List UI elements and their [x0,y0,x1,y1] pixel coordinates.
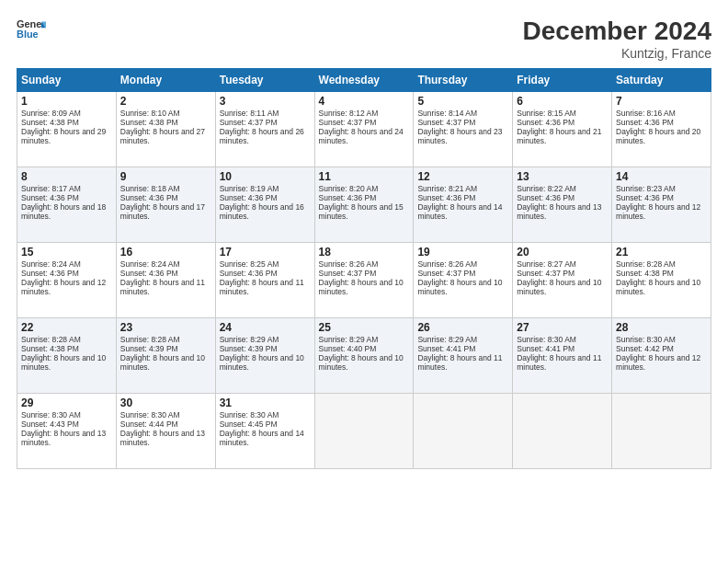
day-number: 8 [21,170,112,183]
table-row: 15Sunrise: 8:24 AMSunset: 4:36 PMDayligh… [17,243,711,318]
daylight-label: Daylight: 8 hours and 10 minutes. [319,278,404,296]
day-number: 31 [220,396,311,409]
sunrise-label: Sunrise: 8:28 AM [616,259,676,269]
sunset-label: Sunset: 4:37 PM [517,269,574,278]
table-cell: 5Sunrise: 8:14 AMSunset: 4:37 PMDaylight… [414,92,513,167]
table-row: 22Sunrise: 8:28 AMSunset: 4:38 PMDayligh… [17,318,711,394]
sunset-label: Sunset: 4:37 PM [319,118,377,127]
day-number: 24 [220,321,311,334]
daylight-label: Daylight: 8 hours and 17 minutes. [120,202,205,221]
day-number: 5 [417,95,508,108]
table-cell: 23Sunrise: 8:28 AMSunset: 4:39 PMDayligh… [116,318,215,394]
sunset-label: Sunset: 4:36 PM [616,193,674,202]
daylight-label: Daylight: 8 hours and 15 minutes. [319,202,404,221]
sunrise-label: Sunrise: 8:30 AM [120,410,180,419]
table-cell: 30Sunrise: 8:30 AMSunset: 4:44 PMDayligh… [116,394,215,469]
sunset-label: Sunset: 4:38 PM [21,344,79,353]
sunset-label: Sunset: 4:39 PM [220,344,278,353]
daylight-label: Daylight: 8 hours and 21 minutes. [517,127,601,145]
sunset-label: Sunset: 4:36 PM [319,193,377,202]
sunrise-label: Sunrise: 8:26 AM [319,259,379,269]
table-cell: 9Sunrise: 8:18 AMSunset: 4:36 PMDaylight… [116,167,215,243]
sunset-label: Sunset: 4:36 PM [220,193,278,202]
table-cell: 13Sunrise: 8:22 AMSunset: 4:36 PMDayligh… [513,167,612,243]
svg-text:Blue: Blue [17,29,39,40]
table-cell: 12Sunrise: 8:21 AMSunset: 4:36 PMDayligh… [414,167,513,243]
daylight-label: Daylight: 8 hours and 12 minutes. [616,353,700,372]
sunset-label: Sunset: 4:44 PM [120,419,178,429]
table-cell: 22Sunrise: 8:28 AMSunset: 4:38 PMDayligh… [17,318,117,394]
sunset-label: Sunset: 4:38 PM [616,269,674,278]
sunrise-label: Sunrise: 8:29 AM [319,335,379,344]
table-cell: 29Sunrise: 8:30 AMSunset: 4:43 PMDayligh… [17,394,117,469]
sunset-label: Sunset: 4:38 PM [120,118,178,127]
day-number: 16 [120,246,211,259]
table-cell: 16Sunrise: 8:24 AMSunset: 4:36 PMDayligh… [116,243,215,318]
sunrise-label: Sunrise: 8:16 AM [616,109,676,118]
sunrise-label: Sunrise: 8:09 AM [21,109,81,118]
sunset-label: Sunset: 4:36 PM [21,269,79,278]
day-number: 15 [21,246,112,259]
col-monday: Monday [116,69,215,92]
title-block: December 2024 Kuntzig, France [523,17,711,61]
daylight-label: Daylight: 8 hours and 12 minutes. [616,202,700,221]
table-row: 8Sunrise: 8:17 AMSunset: 4:36 PMDaylight… [17,167,711,243]
sunrise-label: Sunrise: 8:27 AM [517,259,576,269]
daylight-label: Daylight: 8 hours and 10 minutes. [220,353,304,372]
daylight-label: Daylight: 8 hours and 11 minutes. [417,353,502,372]
daylight-label: Daylight: 8 hours and 10 minutes. [319,353,404,372]
sunrise-label: Sunrise: 8:24 AM [120,259,180,269]
table-cell: 15Sunrise: 8:24 AMSunset: 4:36 PMDayligh… [17,243,117,318]
sunset-label: Sunset: 4:36 PM [616,118,674,127]
daylight-label: Daylight: 8 hours and 11 minutes. [120,278,205,296]
daylight-label: Daylight: 8 hours and 11 minutes. [517,353,601,372]
day-number: 17 [220,246,311,259]
daylight-label: Daylight: 8 hours and 13 minutes. [517,202,601,221]
sunrise-label: Sunrise: 8:21 AM [417,184,477,193]
day-number: 27 [517,321,608,334]
table-cell: 10Sunrise: 8:19 AMSunset: 4:36 PMDayligh… [215,167,314,243]
sunrise-label: Sunrise: 8:28 AM [120,335,180,344]
table-cell: 6Sunrise: 8:15 AMSunset: 4:36 PMDaylight… [513,92,612,167]
col-tuesday: Tuesday [215,69,314,92]
sunrise-label: Sunrise: 8:14 AM [417,109,477,118]
sunrise-label: Sunrise: 8:28 AM [21,335,81,344]
sunset-label: Sunset: 4:39 PM [120,344,178,353]
table-cell: 21Sunrise: 8:28 AMSunset: 4:38 PMDayligh… [612,243,711,318]
daylight-label: Daylight: 8 hours and 23 minutes. [417,127,502,145]
sunrise-label: Sunrise: 8:25 AM [220,259,279,269]
sunset-label: Sunset: 4:36 PM [120,269,178,278]
table-cell [513,394,612,469]
daylight-label: Daylight: 8 hours and 24 minutes. [319,127,404,145]
table-cell: 24Sunrise: 8:29 AMSunset: 4:39 PMDayligh… [215,318,314,394]
day-number: 26 [417,321,508,334]
day-number: 29 [21,396,112,409]
daylight-label: Daylight: 8 hours and 14 minutes. [417,202,502,221]
sunrise-label: Sunrise: 8:11 AM [220,109,279,118]
table-cell: 8Sunrise: 8:17 AMSunset: 4:36 PMDaylight… [17,167,117,243]
table-cell: 1Sunrise: 8:09 AMSunset: 4:38 PMDaylight… [17,92,117,167]
header-row: Sunday Monday Tuesday Wednesday Thursday… [17,69,711,92]
sunset-label: Sunset: 4:37 PM [220,118,278,127]
sunrise-label: Sunrise: 8:18 AM [120,184,180,193]
header: General Blue December 2024 Kuntzig, Fran… [17,17,711,61]
sunset-label: Sunset: 4:45 PM [220,419,278,429]
sunset-label: Sunset: 4:41 PM [417,344,475,353]
daylight-label: Daylight: 8 hours and 13 minutes. [21,429,106,447]
daylight-label: Daylight: 8 hours and 16 minutes. [220,202,304,221]
daylight-label: Daylight: 8 hours and 27 minutes. [120,127,205,145]
day-number: 28 [616,321,707,334]
daylight-label: Daylight: 8 hours and 10 minutes. [21,353,106,372]
daylight-label: Daylight: 8 hours and 29 minutes. [21,127,106,145]
day-number: 4 [319,95,410,108]
sunrise-label: Sunrise: 8:19 AM [220,184,279,193]
table-cell: 2Sunrise: 8:10 AMSunset: 4:38 PMDaylight… [116,92,215,167]
day-number: 3 [220,95,311,108]
subtitle: Kuntzig, France [523,46,711,61]
sunrise-label: Sunrise: 8:30 AM [616,335,676,344]
col-wednesday: Wednesday [314,69,414,92]
day-number: 25 [319,321,410,334]
day-number: 14 [616,170,707,183]
day-number: 10 [220,170,311,183]
table-row: 29Sunrise: 8:30 AMSunset: 4:43 PMDayligh… [17,394,711,469]
